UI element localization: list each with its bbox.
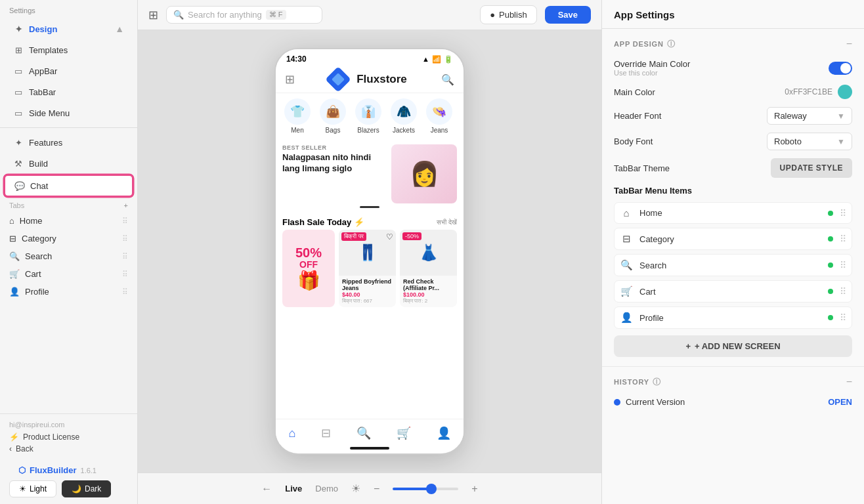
sidebar-item-tabbar[interactable]: ▭ TabBar [4, 82, 133, 102]
nav-back-button[interactable]: ← [261, 483, 272, 495]
tabbar-cart[interactable]: 🛒 [397, 426, 411, 440]
sidebar-item-features[interactable]: ✦ Features [4, 133, 133, 152]
menu-item-search[interactable]: 🔍 Search ⠿ [614, 254, 852, 276]
main-area: ⊞ 🔍 Search for anything ⌘ F ● Publish Sa… [138, 0, 601, 504]
collapse-button[interactable]: ▲ [115, 24, 124, 34]
tabbar-home[interactable]: ⌂ [288, 427, 295, 440]
sidebar-item-sidemenu[interactable]: ▭ Side Menu [4, 103, 133, 123]
sidebar-item-design[interactable]: ✦ Design ▲ [4, 19, 133, 39]
menu-home-drag[interactable]: ⠿ [840, 208, 846, 219]
history-collapse[interactable]: − [846, 376, 852, 388]
publish-icon: ● [490, 10, 495, 20]
profile-tab-label: Profile [25, 287, 49, 297]
jeans-label: Jeans [431, 127, 448, 134]
product-card-2[interactable]: 👗 -50% Red Check (Affiliate Pr... $100.0… [400, 230, 457, 307]
color-swatch: 0xFF3FC1BE [785, 85, 852, 99]
search-bar[interactable]: 🔍 Search for anything ⌘ F [166, 6, 322, 24]
fluxbuilder-icon: ⬡ [18, 465, 26, 475]
phone-categories: 👕 Men 👜 Bags 👔 Blazers 🧥 Jackets 👒 [276, 93, 464, 139]
zoom-in-button[interactable]: + [471, 483, 477, 495]
cart-drag-handle[interactable]: ⠿ [122, 270, 128, 279]
demo-label[interactable]: Demo [315, 484, 338, 494]
templates-label: Templates [29, 45, 68, 55]
sidebar-item-build[interactable]: ⚒ Build [4, 154, 133, 173]
product-card-1[interactable]: 👖 बिक्री पर ♡ Ripped Boyfriend Jeans $40… [339, 230, 396, 307]
sidemenu-label: Side Menu [29, 108, 70, 118]
tabbar-profile[interactable]: 👤 [437, 426, 451, 440]
menu-item-cart[interactable]: 🛒 Cart ⠿ [614, 280, 852, 303]
brightness-icon[interactable]: ☀ [351, 482, 360, 495]
dark-label: Dark [85, 484, 101, 494]
search-app-icon[interactable]: 🔍 [441, 74, 454, 86]
tab-item-home[interactable]: ⌂ Home ⠿ [0, 212, 137, 230]
body-font-label: Body Font [614, 136, 653, 146]
tab-item-search[interactable]: 🔍 Search ⠿ [0, 247, 137, 265]
menu-item-profile[interactable]: 👤 Profile ⠿ [614, 306, 852, 329]
header-font-select[interactable]: Raleway ▼ [767, 107, 852, 125]
app-design-collapse[interactable]: − [846, 38, 852, 50]
profile-drag-handle[interactable]: ⠿ [122, 287, 128, 297]
main-color-label: Main Color [614, 87, 655, 97]
tab-item-cart[interactable]: 🛒 Cart ⠿ [0, 265, 137, 283]
grid-icon[interactable]: ⊞ [148, 8, 158, 22]
info-icon: ⓘ [667, 39, 676, 50]
category-drag-handle[interactable]: ⠿ [122, 234, 128, 243]
tab-item-category[interactable]: ⊟ Category ⠿ [0, 230, 137, 247]
category-jackets[interactable]: 🧥 Jackets [389, 98, 419, 134]
category-bags[interactable]: 👜 Bags [318, 98, 348, 134]
sidebar-item-templates[interactable]: ⊞ Templates [4, 40, 133, 60]
menu-search-drag[interactable]: ⠿ [840, 260, 846, 270]
menu-category-drag[interactable]: ⠿ [840, 234, 846, 244]
wifi-icon: ▲ [422, 55, 429, 63]
light-theme-button[interactable]: ☀ Light [9, 480, 56, 497]
tabbar-category[interactable]: ⊟ [321, 426, 331, 440]
dark-theme-button[interactable]: 🌙 Dark [62, 480, 111, 497]
menu-home-label: Home [639, 208, 821, 218]
zoom-slider[interactable] [393, 488, 458, 490]
flash-link[interactable]: सभी देखें [437, 219, 457, 226]
save-button[interactable]: Save [545, 6, 591, 24]
build-label: Build [29, 159, 48, 169]
tabbar-search[interactable]: 🔍 [356, 426, 371, 440]
live-label[interactable]: Live [285, 484, 302, 494]
menu-profile-drag[interactable]: ⠿ [840, 312, 846, 323]
color-dot[interactable] [838, 85, 852, 99]
add-screen-button[interactable]: + + ADD NEW SCREEN [614, 335, 852, 357]
menu-item-home[interactable]: ⌂ Home ⠿ [614, 202, 852, 224]
menu-profile-dot [828, 315, 833, 320]
product-1-heart: ♡ [386, 232, 393, 242]
back-button[interactable]: ‹ Back [9, 444, 128, 453]
zoom-out-button[interactable]: − [374, 483, 379, 495]
publish-button[interactable]: ● Publish [480, 5, 537, 24]
category-jeans[interactable]: 👒 Jeans [424, 98, 454, 134]
search-drag-handle[interactable]: ⠿ [122, 252, 128, 261]
search-shortcut: ⌘ F [266, 10, 286, 20]
product-1-badge: बिक्री पर [341, 232, 366, 241]
product-1-sold: बिक्र पात: 667 [342, 298, 393, 304]
fluxbuilder-brand[interactable]: ⬡ FluxBuilder 1.6.1 [9, 460, 128, 480]
category-blazers[interactable]: 👔 Blazers [353, 98, 383, 134]
menu-item-category[interactable]: ⊟ Category ⠿ [614, 228, 852, 250]
sidebar-item-appbar[interactable]: ▭ AppBar [4, 61, 133, 81]
body-font-select[interactable]: Roboto ▼ [767, 133, 852, 150]
sidebar-bottom: hi@inspireui.com ⚡ Product License ‹ Bac… [0, 413, 137, 504]
men-icon: 👕 [284, 98, 311, 125]
cart-tab-icon: 🛒 [9, 269, 20, 279]
banner-indicator [360, 206, 379, 208]
history-open-button[interactable]: OPEN [828, 397, 852, 407]
tab-item-profile[interactable]: 👤 Profile ⠿ [0, 283, 137, 301]
add-tab-button[interactable]: + [124, 201, 128, 209]
category-tab-icon: ⊟ [9, 234, 16, 243]
product-promo-card[interactable]: 50% OFF 🎁 [282, 230, 335, 307]
category-men[interactable]: 👕 Men [282, 98, 313, 134]
home-indicator [350, 447, 389, 450]
product-license-link[interactable]: ⚡ Product License [9, 432, 128, 442]
override-color-toggle[interactable] [829, 62, 852, 75]
banner-title: Nalagpasan nito hindi lang limang siglo [282, 152, 386, 175]
sidemenu-icon: ▭ [13, 108, 24, 118]
home-drag-handle[interactable]: ⠿ [122, 217, 128, 226]
build-icon: ⚒ [13, 158, 24, 169]
update-style-button[interactable]: UPDATE STYLE [771, 158, 852, 178]
sidebar-item-chat[interactable]: 💬 Chat [4, 175, 133, 197]
menu-cart-drag[interactable]: ⠿ [840, 286, 846, 297]
